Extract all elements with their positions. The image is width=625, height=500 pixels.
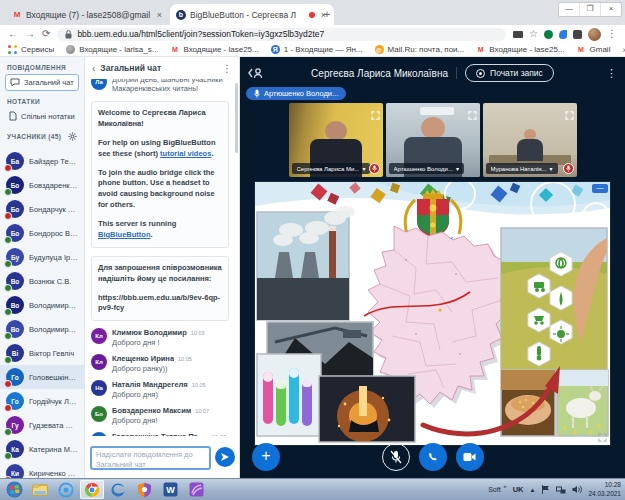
bookmark-item[interactable]: MВходящие - lase25... bbox=[170, 45, 258, 54]
hide-userlist-icon[interactable] bbox=[248, 67, 264, 79]
adblock-extension-icon[interactable] bbox=[544, 30, 553, 39]
minimize-presentation-button[interactable]: — bbox=[592, 184, 608, 193]
fullscreen-icon[interactable] bbox=[468, 106, 477, 115]
bookmark-item[interactable]: MВходящие - lase25... bbox=[476, 45, 564, 54]
webcam-name-label[interactable]: Артюшенко Володи...▾ bbox=[389, 163, 464, 174]
webcam-name-label[interactable]: Сергеєва Лариса Ми...▾ bbox=[292, 163, 371, 174]
browser-tab[interactable]: MВходящие (7) - lase2508@gmail× bbox=[6, 4, 170, 25]
fullscreen-icon[interactable] bbox=[565, 106, 574, 115]
forward-icon[interactable]: → bbox=[25, 29, 35, 39]
address-bar[interactable]: bbb.uem.edu.ua/html5client/join?sessionT… bbox=[57, 28, 506, 41]
browser-menu-icon[interactable]: ⋮ bbox=[607, 29, 617, 39]
user-list-item[interactable]: ВоВолодимир Хомрі... bbox=[0, 317, 84, 341]
chat-options-icon[interactable]: ⋮ bbox=[222, 63, 232, 74]
taskbar-item-avast[interactable] bbox=[132, 480, 156, 499]
user-list-item[interactable]: КаКатерина Мірошн... bbox=[0, 437, 84, 461]
action-center-flag-icon[interactable] bbox=[541, 485, 550, 494]
tray-expand-icon[interactable]: ▲ bbox=[530, 487, 536, 493]
tab-close-icon[interactable]: × bbox=[155, 10, 164, 20]
chat-message: КлКлещенко Ирина10:05Доброго ранку)) bbox=[91, 354, 229, 373]
user-list-item[interactable]: БоБовздаренко Мак... bbox=[0, 173, 84, 197]
language-bar[interactable]: Soft» bbox=[488, 486, 506, 493]
presentation-fullscreen-icon[interactable] bbox=[598, 433, 607, 442]
start-recording-button[interactable]: Почати запис bbox=[465, 64, 554, 82]
clock[interactable]: 10:28 24.03.2021 bbox=[588, 481, 621, 499]
user-list-item[interactable]: БаБайздер Тетяна bbox=[0, 149, 84, 173]
gmail-icon: M bbox=[170, 45, 179, 54]
user-list-item[interactable]: ВоВознюк С.В. bbox=[0, 269, 84, 293]
taskbar-item-ie[interactable] bbox=[54, 480, 78, 499]
bookmark-item[interactable]: Сервисы bbox=[8, 45, 54, 54]
presentation-slide[interactable]: — bbox=[255, 182, 610, 445]
purple-app-icon[interactable] bbox=[189, 482, 204, 497]
chat-message-input[interactable]: Надіслати повідомлення до Загальний чат bbox=[90, 446, 211, 470]
leave-audio-button[interactable] bbox=[419, 443, 447, 471]
molten-metal-image bbox=[319, 376, 415, 442]
mic-muted-icon bbox=[390, 450, 402, 464]
options-menu-icon[interactable]: ⋮ bbox=[606, 67, 617, 80]
minimize-button[interactable]: — bbox=[559, 3, 579, 16]
user-list-item[interactable]: ГоГордійчук Леся Ле... bbox=[0, 389, 84, 413]
avatar: Во bbox=[6, 296, 24, 314]
bookmark-star-icon[interactable]: ☆ bbox=[529, 29, 538, 39]
chrome-icon[interactable] bbox=[84, 482, 100, 498]
word-icon[interactable]: W bbox=[163, 482, 178, 497]
network-icon[interactable] bbox=[556, 485, 566, 494]
speaker-icon[interactable] bbox=[572, 485, 582, 494]
user-list-item[interactable]: ВіВіктор Гевліч bbox=[0, 341, 84, 365]
webcam-name-label[interactable]: Муранова Наталія...▾ bbox=[486, 163, 558, 174]
bookmark-item[interactable]: @Mail.Ru: почта, пои... bbox=[375, 45, 465, 54]
webcam-tile[interactable]: Муранова Наталія...▾ bbox=[483, 103, 577, 177]
taskbar-item-artapp[interactable] bbox=[184, 480, 208, 499]
extensions-icon[interactable] bbox=[573, 30, 582, 39]
new-tab-button[interactable]: + bbox=[320, 8, 334, 22]
user-list-item[interactable]: БоБондарчук Вален... bbox=[0, 197, 84, 221]
sidebar-item-public-chat[interactable]: Загальний чат bbox=[5, 74, 79, 91]
welcome-message: Welcome to Сергеєва Лариса Миколаївна! F… bbox=[91, 101, 229, 248]
taskbar-item-edge[interactable] bbox=[106, 480, 130, 499]
restore-button[interactable]: ❐ bbox=[579, 3, 600, 16]
sidebar-item-shared-notes[interactable]: Спільні нотатки bbox=[5, 108, 79, 124]
avast-browser-icon[interactable] bbox=[137, 482, 152, 498]
internet-explorer-icon[interactable] bbox=[58, 482, 74, 498]
chat-back-icon[interactable]: ‹ bbox=[92, 63, 95, 74]
profile-avatar[interactable] bbox=[588, 28, 601, 41]
taskbar-item-word[interactable]: W bbox=[158, 480, 182, 499]
start-button[interactable] bbox=[6, 481, 23, 498]
taskbar-item-explorer[interactable] bbox=[28, 480, 52, 499]
user-list-item[interactable]: ГуГудзевата Оксана bbox=[0, 413, 84, 437]
user-list-item[interactable]: ВоВолодимир Кісліч... bbox=[0, 293, 84, 317]
mute-microphone-button[interactable] bbox=[382, 443, 410, 471]
bookmark-item[interactable]: Входящие - larisa_s... bbox=[66, 45, 158, 54]
bookmark-item[interactable]: Я1 - Входящие — Ян... bbox=[271, 45, 363, 54]
webcam-tile[interactable]: Сергеєва Лариса Ми...▾ bbox=[289, 103, 383, 177]
user-list-item[interactable]: КиКириченко М.О. bbox=[0, 461, 84, 478]
user-list-item[interactable]: БоБондорос Валент... bbox=[0, 221, 84, 245]
bookmark-item[interactable]: MGmail bbox=[577, 45, 611, 54]
tutorial-videos-link[interactable]: tutorial videos bbox=[160, 149, 211, 158]
chat-scrollbar[interactable] bbox=[235, 83, 238, 153]
file-explorer-icon[interactable] bbox=[32, 483, 48, 496]
listen-only-badge-icon bbox=[4, 452, 12, 460]
talking-indicator[interactable]: Артюшенко Володи... bbox=[246, 87, 346, 100]
taskbar-item-start[interactable] bbox=[2, 480, 26, 499]
edge-icon[interactable] bbox=[110, 482, 126, 498]
browser-tab[interactable]: bBigBlueButton - Сергеєва Л× bbox=[170, 4, 334, 25]
share-webcam-button[interactable] bbox=[456, 443, 484, 471]
manage-users-gear-icon[interactable] bbox=[68, 132, 77, 141]
user-list-item[interactable]: ГоГоловешкіна Тетя... bbox=[0, 365, 84, 389]
message-text: Доброго дня! bbox=[112, 416, 209, 425]
webcam-tile[interactable]: Артюшенко Володи...▾ bbox=[386, 103, 480, 177]
back-icon[interactable]: ← bbox=[8, 29, 18, 39]
user-list-item[interactable]: БуБудулуца Ірина bbox=[0, 245, 84, 269]
reload-icon[interactable]: ⟳ bbox=[42, 29, 50, 39]
fullscreen-icon[interactable] bbox=[371, 106, 380, 115]
feather-extension-icon[interactable] bbox=[559, 30, 567, 39]
cast-icon[interactable] bbox=[513, 31, 523, 38]
taskbar-item-chrome[interactable] bbox=[80, 480, 104, 499]
close-button[interactable]: × bbox=[600, 3, 621, 16]
bigbluebutton-link[interactable]: BigBlueButton bbox=[98, 230, 151, 239]
send-message-button[interactable] bbox=[215, 447, 235, 467]
language-indicator[interactable]: UK bbox=[513, 485, 524, 494]
muted-badge-icon bbox=[4, 164, 12, 172]
